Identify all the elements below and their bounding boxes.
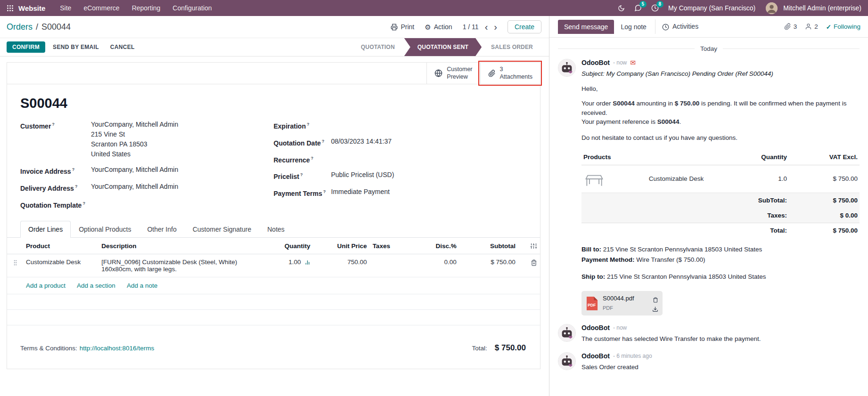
attachments-count: 3: [500, 66, 532, 73]
col-product: Product: [23, 238, 98, 254]
systray: 5 8 My Company (San Francisco) Mitchell …: [618, 2, 861, 14]
attachment-type: PDF: [603, 305, 634, 312]
attachment-name[interactable]: S00044.pdf: [603, 294, 634, 303]
odoo-app: Website Site eCommerce Reporting Configu…: [0, 0, 868, 396]
control-panel: Orders / S00044 Print ⚙ Action 1 / 11: [0, 16, 549, 38]
app-name[interactable]: Website: [18, 4, 45, 12]
activities-button[interactable]: Activities: [655, 19, 705, 34]
print-button[interactable]: Print: [391, 23, 414, 31]
add-a-note-link[interactable]: Add a note: [127, 282, 157, 289]
messages-icon[interactable]: 5: [634, 4, 642, 12]
add-a-section-link[interactable]: Add a section: [77, 282, 115, 289]
user-menu[interactable]: Mitchell Admin (enterprise): [783, 4, 861, 12]
attachments-button[interactable]: 3 Attachments: [480, 63, 540, 84]
order-lines-header: Product Description Quantity Unit Price …: [7, 238, 540, 254]
dark-mode-moon-icon[interactable]: [618, 5, 625, 12]
terms-and-conditions: Terms & Conditions: http://localhost:801…: [20, 345, 154, 352]
tab-order-lines[interactable]: Order Lines: [20, 221, 71, 238]
step-sales-order[interactable]: SALES ORDER: [482, 38, 542, 56]
invoice-address-value[interactable]: YourCompany, Mitchell Admin: [91, 165, 178, 176]
download-attachment-icon[interactable]: [652, 304, 658, 314]
email-product-price: $ 750.00: [789, 165, 860, 193]
menu-configuration[interactable]: Configuration: [166, 4, 218, 12]
pricelist-value[interactable]: Public Pricelist (USD): [331, 170, 394, 181]
tab-other-info[interactable]: Other Info: [139, 221, 184, 238]
pager-value[interactable]: 1 / 11: [463, 23, 479, 31]
delivery-address-value[interactable]: YourCompany, Mitchell Admin: [91, 182, 178, 193]
cell-taxes[interactable]: [370, 254, 408, 277]
topbar: Website Site eCommerce Reporting Configu…: [0, 0, 868, 16]
pager-next-icon[interactable]: ›: [494, 22, 497, 32]
cell-unit-price[interactable]: 750.00: [313, 254, 370, 277]
activities-clock-icon[interactable]: 8: [651, 4, 659, 12]
step-quotation[interactable]: QUOTATION: [352, 38, 404, 56]
email-col-vat: VAT Excl.: [789, 150, 860, 165]
attachments-toggle[interactable]: 3: [784, 23, 797, 31]
invoice-address-label: Invoice Address?: [20, 165, 91, 176]
send-by-email-button[interactable]: SEND BY EMAIL: [49, 41, 103, 53]
delete-line-icon[interactable]: [531, 259, 537, 266]
breadcrumb-separator: /: [36, 22, 38, 32]
create-button[interactable]: Create: [508, 20, 541, 33]
followers-toggle[interactable]: 2: [805, 23, 818, 31]
field-groups: Customer? YourCompany, Mitchell Admin 21…: [7, 120, 540, 215]
cell-quantity[interactable]: 1.00: [263, 254, 313, 277]
apps-grid-icon[interactable]: [7, 5, 14, 12]
help-icon: ?: [75, 184, 78, 189]
delete-attachment-icon[interactable]: [653, 295, 658, 304]
cell-product[interactable]: Customizable Desk: [23, 254, 98, 277]
menu-ecommerce[interactable]: eCommerce: [77, 4, 125, 12]
email-shipping-info: Ship to: 215 Vine St Scranton Pennsylvan…: [581, 272, 860, 282]
action-button[interactable]: ⚙ Action: [425, 23, 452, 31]
menu-reporting[interactable]: Reporting: [126, 4, 167, 12]
help-icon: ?: [322, 139, 325, 144]
gear-icon: ⚙: [425, 24, 431, 31]
order-title: S00044: [20, 96, 540, 111]
log-note-button[interactable]: Log note: [614, 20, 653, 34]
step-quotation-sent[interactable]: QUOTATION SENT: [404, 38, 482, 56]
send-message-button[interactable]: Send message: [558, 20, 614, 34]
clock-icon: [662, 23, 669, 31]
form-area: Customer Preview 3 Attachments: [0, 57, 549, 396]
activities-badge: 8: [656, 1, 664, 8]
chatter: Send message Log note Activities 3 2: [549, 16, 868, 396]
following-toggle[interactable]: ✓ Following: [826, 23, 860, 31]
optional-columns-icon[interactable]: [530, 242, 537, 249]
add-a-product-link[interactable]: Add a product: [26, 282, 66, 289]
message-note: OdooBot - now The customer has selected …: [549, 319, 868, 348]
tab-customer-signature[interactable]: Customer Signature: [185, 221, 260, 238]
forecast-chart-icon[interactable]: [304, 259, 311, 266]
attachment-card[interactable]: PDF S00044.pdf PDF: [581, 291, 663, 315]
cell-subtotal: $ 750.00: [459, 254, 518, 277]
payment-ref: S00044: [657, 118, 680, 125]
payment-terms-value[interactable]: Immediate Payment: [331, 187, 390, 198]
tab-notes[interactable]: Notes: [259, 221, 293, 238]
sheet-footer: Terms & Conditions: http://localhost:801…: [7, 332, 540, 369]
menu-site[interactable]: Site: [54, 4, 77, 12]
cell-description[interactable]: [FURN_0096] Customizable Desk (Steel, Wh…: [98, 254, 263, 277]
customer-preview-button[interactable]: Customer Preview: [426, 63, 480, 84]
breadcrumb-orders-link[interactable]: Orders: [7, 22, 33, 32]
pager-previous-icon[interactable]: ‹: [485, 22, 488, 32]
order-amount: $ 750.00: [675, 100, 700, 107]
message-time: - 6 minutes ago: [613, 353, 652, 359]
odoobot-avatar: [558, 352, 576, 370]
company-switcher[interactable]: My Company (San Francisco): [668, 4, 755, 12]
field-group-right: Expiration? Quotation Date? 08/03/2023 1…: [274, 120, 527, 215]
order-total-value: $ 750.00: [495, 343, 526, 353]
terms-link[interactable]: http://localhost:8016/terms: [80, 345, 154, 352]
message-body: The customer has selected Wire Transfer …: [581, 334, 860, 344]
user-avatar[interactable]: [766, 2, 778, 14]
order-lines-table: Product Description Quantity Unit Price …: [7, 238, 540, 277]
confirm-button[interactable]: CONFIRM: [7, 41, 45, 53]
cell-discount[interactable]: 0.00: [408, 254, 459, 277]
content: Orders / S00044 Print ⚙ Action 1 / 11: [0, 16, 868, 396]
email-paragraph: Your order S00044 amounting in $ 750.00 …: [581, 99, 860, 127]
quotation-date-value[interactable]: 08/03/2023 14:41:37: [331, 137, 392, 148]
drag-handle-icon[interactable]: [13, 259, 17, 266]
cancel-button[interactable]: CANCEL: [106, 41, 139, 53]
odoobot-avatar: [558, 59, 576, 77]
check-icon: ✓: [826, 23, 831, 31]
tab-optional-products[interactable]: Optional Products: [71, 221, 139, 238]
customer-value[interactable]: YourCompany, Mitchell Admin 215 Vine St …: [91, 120, 178, 159]
